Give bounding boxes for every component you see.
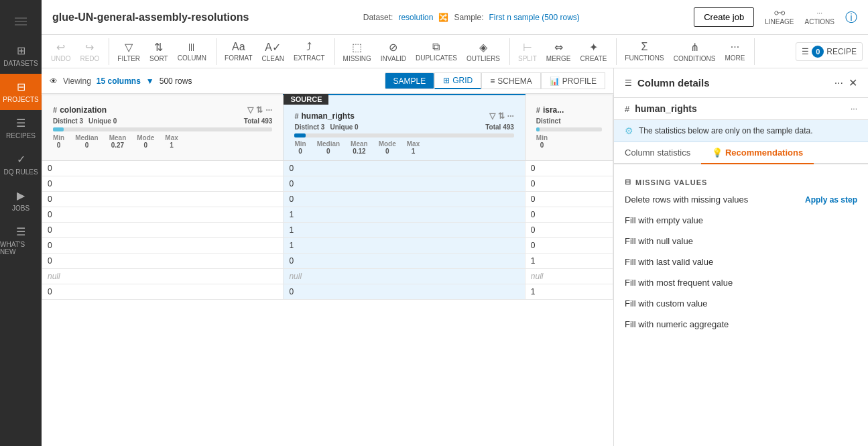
extract-button[interactable]: ⤴ EXTRACT	[290, 38, 329, 64]
create-job-button[interactable]: Create job	[694, 7, 754, 27]
viewing-columns[interactable]: 15 columns	[97, 76, 141, 86]
sidebar-item-recipes[interactable]: ☰ RECIPES	[0, 110, 42, 146]
col-min-colonization: 0	[57, 142, 61, 149]
split-button[interactable]: ⊢ SPLIT	[514, 38, 541, 65]
sidebar-item-menu[interactable]	[0, 5, 42, 38]
col-actions-colonization[interactable]: ▽ ⇅ ···	[247, 105, 272, 115]
more-button[interactable]: ··· MORE	[721, 38, 749, 64]
invalid-icon: ⊘	[389, 41, 397, 54]
lineage-button[interactable]: ⟳⟲ LINEAGE	[765, 9, 794, 25]
undo-button[interactable]: ↩ UNDO	[47, 38, 74, 65]
tab-column-statistics[interactable]: Column statistics	[614, 142, 701, 163]
sidebar-item-dqrules[interactable]: ✓ DQ RULES	[0, 146, 42, 182]
recommendation-fill_last[interactable]: Fill with last valid value	[614, 252, 868, 272]
redo-button[interactable]: ↪ REDO	[76, 38, 103, 65]
cell-isra-2: 0	[525, 192, 613, 207]
merge-icon: ⇔	[554, 41, 563, 54]
sidebar-item-jobs[interactable]: ▶ JOBS	[0, 182, 42, 219]
schema-icon: ≡	[490, 76, 495, 86]
col-mean-hr: 0.12	[353, 148, 365, 155]
cell-isra-5: 0	[525, 238, 613, 254]
panel-close-button[interactable]: ✕	[849, 76, 857, 89]
tab-sample[interactable]: SAMPLE	[385, 72, 435, 89]
sort-button[interactable]: ⇅ SORT	[145, 38, 172, 65]
table-row: 000	[42, 176, 613, 192]
cell-colonization-4: 0	[42, 223, 284, 238]
topbar-left: glue-UN-general-assembly-resolutions	[52, 11, 249, 23]
tab-schema-label: SCHEMA	[497, 76, 532, 86]
panel-more-icon[interactable]: ···	[834, 77, 843, 89]
toolbar-group-quality: ⬚ MISSING ⊘ INVALID ⧉ DUPLICATES ◈ OUTLI…	[339, 38, 510, 65]
viewing-bar: 👁 Viewing 15 columns ▼ 500 rows SAMPLE ⊞…	[42, 68, 613, 94]
table-row: 001	[42, 284, 613, 300]
tab-grid[interactable]: ⊞ GRID	[434, 72, 481, 89]
menu-icon	[9, 12, 32, 31]
dataset-link[interactable]: resolution	[398, 13, 433, 22]
outliers-button[interactable]: ◈ OUTLIERS	[462, 38, 504, 65]
conditions-icon: ⋔	[690, 41, 699, 54]
col-actions-human-rights[interactable]: ▽ ⇅ ···	[489, 111, 514, 121]
sidebar-item-jobs-label: JOBS	[12, 205, 29, 212]
warning-icon: ⚙	[625, 125, 633, 136]
apply-step-delete_rows[interactable]: Apply as step	[805, 195, 857, 205]
recommendation-label-fill_frequent: Fill with most frequent value	[625, 278, 733, 288]
format-button[interactable]: Aa FORMAT	[221, 38, 256, 64]
col-sort-icon-hr: ⇅	[498, 111, 505, 121]
recipe-button[interactable]: ☰ 0 RECIPE	[796, 42, 863, 61]
viewing-tabs: SAMPLE ⊞ GRID ≡ SCHEMA 📊 PROFILE	[385, 72, 605, 89]
invalid-button[interactable]: ⊘ INVALID	[377, 38, 410, 65]
merge-button[interactable]: ⇔ MERGE	[542, 38, 575, 65]
main-content: glue-UN-general-assembly-resolutions Dat…	[42, 0, 868, 446]
clean-button[interactable]: A✓ CLEAN	[258, 38, 288, 65]
section-missing-values: ⊟ MISSING VALUES	[614, 172, 868, 189]
filter-button[interactable]: ▽ FILTER	[113, 38, 144, 65]
col-type-human-rights: #	[294, 112, 298, 120]
col-sort-icon: ⇅	[256, 105, 263, 115]
panel-col-actions-icon[interactable]: ···	[851, 104, 857, 113]
cell-human_rights-2: 0	[284, 192, 525, 207]
recipe-badge: 0	[812, 46, 824, 58]
col-minmax-hr: Min 0 Median 0	[289, 139, 519, 158]
actions-button[interactable]: ··· ACTIONS	[805, 9, 834, 25]
sidebar-item-whatsnew[interactable]: ☰ WHAT'S NEW	[0, 219, 42, 262]
cell-human_rights-5: 1	[284, 238, 525, 254]
conditions-button[interactable]: ⋔ CONDITIONS	[670, 38, 720, 65]
sample-link[interactable]: First n sample (500 rows)	[489, 13, 580, 22]
recommendation-fill_numeric[interactable]: Fill with numeric aggregate	[614, 314, 868, 335]
create-button[interactable]: ✦ CREATE	[576, 38, 611, 65]
recommendation-fill_frequent[interactable]: Fill with most frequent value	[614, 272, 868, 293]
col-name-colonization: colonization	[60, 105, 107, 115]
col-unique-colonization: 0	[113, 117, 117, 125]
grid-table: # colonization ▽ ⇅ ···	[42, 94, 613, 300]
cell-colonization-2: 0	[42, 192, 284, 207]
recommendation-fill_custom[interactable]: Fill with custom value	[614, 293, 868, 314]
sidebar: ⊞ DATASETS ⊟ PROJECTS ☰ RECIPES ✓ DQ RUL…	[0, 0, 42, 446]
col-unique-hr: 0	[355, 123, 359, 131]
tab-profile[interactable]: 📊 PROFILE	[541, 72, 605, 89]
duplicates-button[interactable]: ⧉ DUPLICATES	[412, 38, 461, 64]
sidebar-item-projects[interactable]: ⊟ PROJECTS	[0, 74, 42, 110]
tab-schema[interactable]: ≡ SCHEMA	[481, 72, 540, 89]
functions-button[interactable]: Σ FUNCTIONS	[621, 38, 668, 64]
table-body: 000000000010010010001nullnullnull001	[42, 161, 613, 300]
panel-col-name: human_rights	[635, 103, 845, 114]
recommendation-fill_empty[interactable]: Fill with empty value	[614, 210, 868, 231]
dqrules-icon: ✓	[17, 153, 25, 166]
info-icon[interactable]: ⓘ	[845, 9, 857, 25]
sidebar-item-datasets-label: DATASETS	[3, 60, 38, 67]
sidebar-item-datasets[interactable]: ⊞ DATASETS	[0, 38, 42, 74]
recommendation-fill_null[interactable]: Fill with null value	[614, 231, 868, 252]
format-icon: Aa	[232, 41, 245, 53]
col-mode-hr: 0	[385, 148, 389, 155]
column-button[interactable]: ⫼ COLUMN	[174, 38, 210, 64]
col-bar-hr	[294, 133, 513, 137]
missing-button[interactable]: ⬚ MISSING	[339, 38, 375, 65]
tab-column-statistics-label: Column statistics	[625, 148, 690, 158]
merge-label: MERGE	[546, 55, 571, 62]
tab-recommendations[interactable]: 💡 Recommendations	[701, 142, 814, 164]
col-minmax-colonization: Min 0 Median 0	[48, 133, 277, 152]
panel-header: ☰ Column details ··· ✕	[614, 68, 868, 98]
recommendation-delete_rows[interactable]: Delete rows with missing valuesApply as …	[614, 189, 868, 210]
grid-icon: ⊞	[443, 76, 450, 85]
outliers-label: OUTLIERS	[467, 55, 500, 62]
